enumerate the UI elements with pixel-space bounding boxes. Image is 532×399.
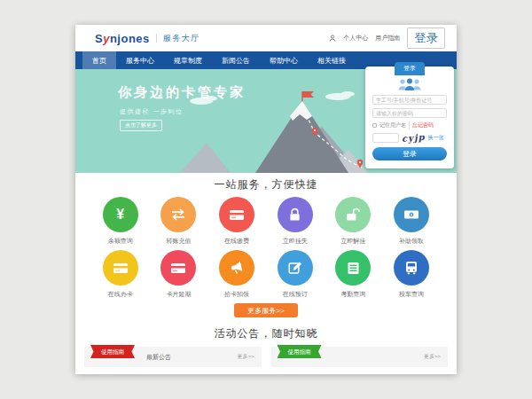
services-section-title: 一站服务，方便快捷 [75, 173, 457, 191]
mountain-illustration [180, 88, 368, 173]
nav-item-home[interactable]: 首页 [82, 51, 116, 69]
service-item[interactable]: 拾卡招领 [207, 250, 266, 298]
captcha-image: cyjp [402, 132, 426, 144]
captcha-input[interactable] [372, 133, 399, 143]
service-circle[interactable]: ¥ [103, 197, 138, 232]
megaphone-icon [230, 261, 245, 276]
login-panel: 登录 记住用户名 忘记密码 cyjp 换一张 登录 [365, 66, 454, 168]
service-item[interactable]: ¥ 补助领取 [382, 197, 441, 245]
service-circle[interactable] [219, 197, 254, 232]
service-circle[interactable] [335, 197, 371, 232]
bank-card-icon [113, 262, 129, 274]
page: Synjones 服务大厅 个人中心 用户指南 登录 首页 服务中心 规章制度 … [75, 25, 457, 374]
nav-item-rules[interactable]: 规章制度 [164, 51, 212, 69]
service-item[interactable]: 在线缴费 [207, 197, 266, 245]
brand-logo[interactable]: Synjones [95, 32, 150, 45]
bank-card-icon [170, 262, 186, 274]
service-item[interactable]: 转账充值 [150, 197, 208, 245]
nav-item-news[interactable]: 新闻公告 [212, 51, 260, 69]
list-icon [347, 262, 360, 275]
service-label: 卡片延期 [166, 290, 191, 298]
service-label: 校车查询 [399, 290, 424, 298]
service-circle[interactable] [278, 250, 313, 286]
transfer-arrows-icon [170, 208, 186, 221]
more-link[interactable]: 更多>> [237, 353, 254, 361]
service-label: 在线办卡 [108, 290, 133, 298]
site-subtitle: 服务大厅 [163, 33, 200, 44]
service-circle[interactable] [103, 250, 138, 286]
service-label: 余额查询 [108, 237, 133, 245]
service-circle[interactable] [394, 250, 429, 286]
service-item[interactable]: 在线预订 [266, 250, 325, 298]
users-group-icon [396, 77, 423, 91]
user-guide-link[interactable]: 用户指南 [375, 34, 400, 43]
service-label: 在线缴费 [224, 237, 249, 245]
hero-more-button[interactable]: 点击了解更多 [120, 120, 162, 131]
lock-icon [289, 207, 301, 222]
more-link[interactable]: 更多>> [424, 353, 441, 361]
service-label: 拾卡招领 [224, 290, 249, 298]
announcement-panel-left: 使用指南 最新公告 更多>> [84, 347, 262, 367]
service-item[interactable]: 校车查询 [382, 250, 441, 298]
service-item[interactable]: ¥ 余额查询 [91, 197, 150, 245]
header: Synjones 服务大厅 个人中心 用户指南 登录 [75, 25, 457, 51]
edit-icon [288, 261, 302, 275]
service-item[interactable]: 立即解挂 [325, 197, 383, 245]
service-label: 转账充值 [166, 237, 191, 245]
more-services-button[interactable]: 更多服务>> [234, 303, 298, 317]
banknote-icon: ¥ [403, 209, 419, 220]
nav-item-links[interactable]: 相关链接 [308, 51, 356, 69]
service-label: 考勤查询 [340, 290, 365, 298]
service-item[interactable]: 在线办卡 [91, 250, 150, 298]
user-icon [329, 35, 336, 42]
remember-checkbox[interactable] [372, 123, 377, 128]
hero-subtitle: 提供捷径 一步到位 [120, 107, 183, 116]
service-circle[interactable] [160, 197, 196, 232]
service-label: 立即解挂 [340, 237, 365, 245]
captcha-refresh-link[interactable]: 换一张 [428, 134, 444, 142]
login-tab[interactable]: 登录 [395, 62, 425, 75]
service-label: 在线预订 [283, 290, 308, 298]
nav-item-help[interactable]: 帮助中心 [260, 51, 308, 69]
bank-card-icon [229, 209, 245, 221]
service-circle[interactable]: ¥ [394, 197, 429, 232]
services-grid: ¥ 余额查询 转账充值 [75, 191, 457, 303]
guide-ribbon-tab[interactable]: 使用指南 [90, 345, 135, 358]
latest-news-tab[interactable]: 最新公告 [146, 353, 171, 362]
service-item[interactable]: 考勤查询 [325, 250, 383, 298]
service-item[interactable]: 立即挂失 [266, 197, 325, 245]
service-circle[interactable] [160, 250, 196, 286]
svg-text:¥: ¥ [411, 212, 413, 217]
announcements-section-title: 活动公告，随时知晓 [75, 327, 457, 340]
nav-item-service-center[interactable]: 服务中心 [116, 51, 164, 69]
yuan-icon: ¥ [116, 207, 124, 222]
service-item[interactable]: 卡片延期 [150, 250, 208, 298]
service-circle[interactable] [335, 250, 371, 286]
bus-icon [404, 261, 419, 275]
service-circle[interactable] [219, 250, 254, 286]
service-label: 立即挂失 [283, 237, 308, 245]
logo-mark-icon: y [103, 32, 110, 45]
forgot-password-link[interactable]: 忘记密码 [409, 121, 434, 129]
remember-label: 记住用户名 [379, 121, 406, 129]
guide-ribbon-tab[interactable]: 使用指南 [278, 345, 322, 358]
announcement-panel-right: 使用指南 更多>> [271, 347, 449, 367]
login-submit-button[interactable]: 登录 [372, 147, 447, 160]
username-input[interactable] [372, 95, 447, 105]
service-label: 补助领取 [399, 237, 424, 245]
password-input[interactable] [372, 108, 447, 118]
header-divider [156, 34, 157, 43]
announcement-panels: 使用指南 最新公告 更多>> 使用指南 更多>> [75, 347, 457, 367]
header-login-button[interactable]: 登录 [407, 27, 445, 49]
unlock-icon [346, 207, 360, 222]
personal-center-link[interactable]: 个人中心 [343, 34, 368, 43]
service-circle[interactable] [278, 197, 313, 232]
